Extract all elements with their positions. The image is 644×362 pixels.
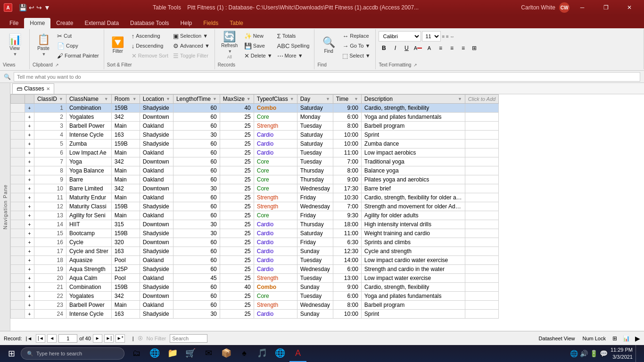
row-selector-17[interactable] bbox=[11, 247, 25, 256]
filter-button[interactable]: 🔽 Filter bbox=[107, 31, 129, 59]
table-row[interactable]: + 23 Barbell Power Main Oakland 60 25 St… bbox=[11, 301, 499, 310]
tab-help[interactable]: Help bbox=[175, 18, 198, 28]
last-record-button[interactable]: ►| bbox=[104, 334, 114, 343]
table-row[interactable]: + 2 Yogalates 342 Downtown 60 25 Core Mo… bbox=[11, 113, 499, 122]
tab-fields[interactable]: Fields bbox=[198, 18, 224, 28]
find-button[interactable]: 🔍 Find bbox=[318, 31, 339, 59]
next-record-button[interactable]: ► bbox=[93, 334, 102, 343]
save-record-button[interactable]: 💾 Save bbox=[242, 41, 274, 50]
row-selector-3[interactable] bbox=[11, 122, 25, 131]
row-selector-5[interactable] bbox=[11, 140, 25, 148]
tab-external-data[interactable]: External Data bbox=[79, 18, 124, 28]
underline-button[interactable]: U bbox=[401, 43, 412, 53]
table-row[interactable]: + 13 Agility for Seni Main Oakland 60 25… bbox=[11, 211, 499, 220]
undo-icon[interactable]: ↩ bbox=[29, 4, 34, 11]
col-classname[interactable]: ClassName ▼ bbox=[66, 95, 111, 104]
view-dropdown[interactable]: ▼ bbox=[13, 52, 17, 57]
tab-close-button[interactable]: ✕ bbox=[46, 86, 50, 91]
expand-btn-18[interactable]: + bbox=[25, 256, 34, 265]
expand-btn-14[interactable]: + bbox=[25, 220, 34, 229]
more-button[interactable]: ⋯ More ▼ bbox=[275, 51, 312, 60]
volume-icon[interactable]: 🔊 bbox=[580, 350, 588, 357]
taskview-app[interactable]: 🗂 bbox=[128, 345, 145, 362]
tab-file[interactable]: File bbox=[4, 18, 24, 28]
music-app[interactable]: 🎵 bbox=[254, 345, 271, 362]
mail-app[interactable]: ✉ bbox=[200, 345, 217, 362]
row-selector-6[interactable] bbox=[11, 148, 25, 157]
font-family-select[interactable]: Calibri bbox=[379, 31, 421, 41]
tell-me-input[interactable] bbox=[14, 72, 640, 82]
row-selector-18[interactable] bbox=[11, 256, 25, 265]
row-selector-22[interactable] bbox=[11, 292, 25, 301]
customize-icon[interactable]: ▼ bbox=[44, 4, 50, 11]
tab-table[interactable]: Table bbox=[224, 18, 249, 28]
table-row[interactable]: + 22 Yogalates 342 Downtown 60 25 Core T… bbox=[11, 292, 499, 301]
prev-record-button[interactable]: ◄ bbox=[47, 334, 57, 343]
row-selector-14[interactable] bbox=[11, 220, 25, 229]
table-row[interactable]: + 16 Cycle 320 Downtown 60 25 Cardio Fri… bbox=[11, 238, 499, 247]
battery-icon[interactable]: 🔋 bbox=[590, 350, 598, 357]
access-app[interactable]: A bbox=[289, 345, 306, 362]
notification-icon[interactable]: 💬 bbox=[600, 350, 608, 357]
table-row[interactable]: + 9 Barre Main Oakland 60 25 Core Thursd… bbox=[11, 175, 499, 184]
align-left-button[interactable]: ≡ bbox=[435, 43, 446, 53]
refresh-dropdown[interactable]: ▼ bbox=[228, 49, 232, 54]
explorer-app[interactable]: 📁 bbox=[164, 345, 181, 362]
col-room[interactable]: Room ▼ bbox=[111, 95, 140, 104]
row-selector-2[interactable] bbox=[11, 113, 25, 122]
select-button[interactable]: ⬚ Select ▼ bbox=[340, 51, 372, 60]
current-record-input[interactable] bbox=[58, 334, 77, 343]
edge-app[interactable]: 🌐 bbox=[146, 345, 163, 362]
solitaire-app[interactable]: ♠ bbox=[236, 345, 253, 362]
expand-btn-20[interactable]: + bbox=[25, 274, 34, 283]
row-selector-23[interactable] bbox=[11, 301, 25, 310]
replace-button[interactable]: ↔ Replace bbox=[340, 31, 372, 41]
table-row[interactable]: + 15 Bootcamp 159B Shadyside 30 25 Cardi… bbox=[11, 229, 499, 238]
row-selector-7[interactable] bbox=[11, 157, 25, 166]
navigation-pane[interactable]: Navigation Pane bbox=[0, 83, 10, 331]
col-description[interactable]: Description ▼ bbox=[361, 95, 465, 104]
spelling-button[interactable]: ABC Spelling bbox=[275, 41, 312, 50]
expand-btn-15[interactable]: + bbox=[25, 229, 34, 238]
start-button[interactable]: ⊞ bbox=[2, 345, 21, 362]
paste-button[interactable]: 📋 Paste ▼ bbox=[33, 31, 54, 59]
expand-btn-19[interactable]: + bbox=[25, 265, 34, 274]
clock[interactable]: 11:29 PM 3/3/2021 bbox=[611, 346, 633, 361]
row-selector-15[interactable] bbox=[11, 229, 25, 238]
remove-sort-button[interactable]: ✕ Remove Sort bbox=[130, 51, 170, 60]
expand-btn-22[interactable]: + bbox=[25, 292, 34, 301]
expand-btn-8[interactable]: + bbox=[25, 166, 34, 175]
row-selector-10[interactable] bbox=[11, 184, 25, 193]
chrome-app[interactable]: 🌐 bbox=[272, 345, 289, 362]
totals-button[interactable]: Σ Totals bbox=[275, 31, 312, 41]
row-selector-8[interactable] bbox=[11, 166, 25, 175]
expand-btn-12[interactable]: + bbox=[25, 202, 34, 211]
new-record-button[interactable]: ✨ New bbox=[242, 31, 274, 41]
expand-btn-23[interactable]: + bbox=[25, 301, 34, 310]
expand-btn-11[interactable]: + bbox=[25, 193, 34, 202]
row-selector-4[interactable] bbox=[11, 131, 25, 140]
expand-btn-7[interactable]: + bbox=[25, 157, 34, 166]
row-selector-11[interactable] bbox=[11, 193, 25, 202]
table-row[interactable]: + 19 Aqua Strength 125P Shadyside 60 25 … bbox=[11, 265, 499, 274]
new-record-nav-button[interactable]: ►* bbox=[116, 334, 125, 343]
store-app[interactable]: 🛒 bbox=[182, 345, 199, 362]
expand-btn-5[interactable]: + bbox=[25, 140, 34, 148]
expand-btn-6[interactable]: + bbox=[25, 148, 34, 157]
datasheet-view-icon[interactable]: ⊞ bbox=[610, 334, 620, 343]
expand-btn-24[interactable]: + bbox=[25, 310, 34, 319]
ascending-button[interactable]: ↑ Ascending bbox=[130, 31, 170, 41]
expand-btn-2[interactable]: + bbox=[25, 113, 34, 122]
expand-btn-17[interactable]: + bbox=[25, 247, 34, 256]
table-row[interactable]: + 5 Zumba 159B Shadyside 60 25 Cardio Sa… bbox=[11, 140, 499, 148]
maximize-button[interactable]: ❐ bbox=[595, 0, 617, 15]
table-row[interactable]: + 10 Barre Limited 342 Downtown 30 25 Co… bbox=[11, 184, 499, 193]
expand-btn-16[interactable]: + bbox=[25, 238, 34, 247]
col-click-to-add[interactable]: Click to Add bbox=[465, 95, 498, 104]
expand-btn-10[interactable]: + bbox=[25, 184, 34, 193]
close-button[interactable]: ✕ bbox=[619, 0, 640, 15]
font-color-button[interactable]: A bbox=[413, 43, 423, 53]
table-row[interactable]: + 11 Maturity Endur Main Oakland 60 25 S… bbox=[11, 193, 499, 202]
row-selector-9[interactable] bbox=[11, 175, 25, 184]
table-row[interactable]: + 14 HIIT 315 Downtown 30 25 Cardio Thur… bbox=[11, 220, 499, 229]
